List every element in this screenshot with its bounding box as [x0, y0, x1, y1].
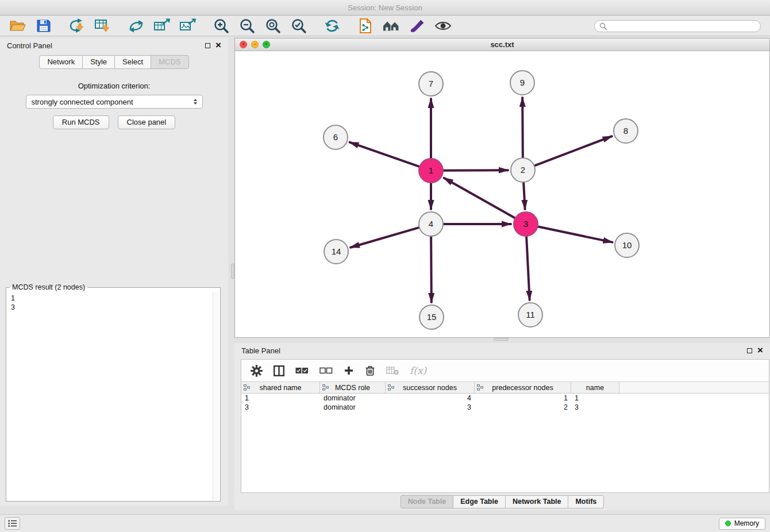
table-settings-icon[interactable]	[251, 365, 263, 377]
vertical-splitter-grip[interactable]	[231, 264, 234, 279]
tab-style[interactable]: Style	[82, 55, 115, 69]
tab-network-table[interactable]: Network Table	[505, 495, 569, 508]
graph-node-3[interactable]: 3	[514, 212, 538, 236]
function-builder-icon[interactable]: f(x)	[410, 365, 426, 376]
show-columns-icon[interactable]	[274, 365, 284, 376]
export-image-icon[interactable]	[177, 17, 199, 34]
task-history-button[interactable]	[5, 517, 20, 530]
table-row[interactable]: 3 dominator 3 2 3	[241, 403, 769, 412]
cell-mcds-role[interactable]: dominator	[320, 394, 386, 403]
first-neighbors-icon[interactable]	[380, 17, 402, 34]
delete-row-icon[interactable]	[365, 365, 375, 376]
graph-edge-3-11[interactable]	[526, 236, 530, 300]
optimization-criterion-select[interactable]: strongly connected component	[26, 95, 203, 109]
table-tabs: Node Table Edge Table Network Table Moti…	[234, 495, 770, 508]
graph-node-11[interactable]: 11	[518, 303, 542, 327]
result-scrollbar[interactable]	[213, 292, 219, 500]
graph-node-label: 3	[523, 219, 528, 229]
close-panel-button[interactable]: Close panel	[118, 115, 176, 129]
float-table-panel-icon[interactable]	[747, 348, 752, 353]
add-row-icon[interactable]	[344, 365, 354, 376]
column-header-successor-nodes[interactable]: successor nodes	[386, 382, 475, 393]
tab-edge-table[interactable]: Edge Table	[453, 495, 506, 508]
search-box[interactable]	[594, 20, 761, 32]
cell-successor-nodes[interactable]: 3	[386, 403, 475, 412]
cell-predecessor-nodes[interactable]: 2	[475, 403, 571, 412]
save-session-icon[interactable]	[33, 17, 55, 34]
graph-node-6[interactable]: 6	[324, 125, 348, 149]
mcds-result-box: MCDS result (2 nodes) 1 3	[6, 283, 221, 502]
graph-edge-4-15[interactable]	[431, 236, 432, 302]
show-hide-icon[interactable]	[432, 17, 454, 34]
column-header-name[interactable]: name	[571, 382, 619, 393]
import-group	[66, 17, 114, 34]
import-table-icon[interactable]	[92, 17, 114, 34]
cell-shared-name[interactable]: 1	[241, 394, 320, 403]
graph-node-14[interactable]: 14	[324, 240, 348, 264]
graph-node-2[interactable]: 2	[511, 158, 535, 182]
column-header-shared-name[interactable]: shared name	[241, 382, 320, 393]
column-header-predecessor-nodes[interactable]: predecessor nodes	[475, 382, 571, 393]
tab-mcds[interactable]: MCDS	[151, 55, 188, 69]
open-network-document-icon[interactable]	[355, 17, 376, 34]
table-panel-header: Table Panel ×	[234, 343, 770, 358]
cell-predecessor-nodes[interactable]: 1	[475, 394, 571, 403]
graph-node-1[interactable]: 1	[419, 159, 443, 183]
delete-table-icon[interactable]	[386, 366, 399, 375]
graph-node-4[interactable]: 4	[419, 212, 443, 236]
refresh-view-icon[interactable]	[321, 17, 343, 34]
graph-edge-2-9[interactable]	[522, 98, 523, 158]
cell-shared-name[interactable]: 3	[241, 403, 320, 412]
search-input[interactable]	[610, 21, 756, 30]
memory-button[interactable]: Memory	[719, 518, 765, 530]
tab-node-table[interactable]: Node Table	[401, 495, 453, 508]
close-panel-icon[interactable]: ×	[215, 41, 221, 49]
export-table-icon[interactable]	[151, 17, 173, 34]
run-mcds-button[interactable]: Run MCDS	[53, 115, 109, 129]
tab-network[interactable]: Network	[39, 55, 83, 69]
open-file-icon[interactable]	[7, 17, 29, 34]
mcds-result-title: MCDS result (2 nodes)	[10, 283, 87, 291]
cell-mcds-role[interactable]: dominator	[320, 403, 386, 412]
graph-edge-4-14[interactable]	[351, 228, 419, 248]
optimization-criterion-value: strongly connected component	[32, 98, 133, 106]
zoom-in-icon[interactable]	[210, 17, 232, 34]
cell-name[interactable]: 1	[571, 394, 619, 403]
graph-edge-3-10[interactable]	[538, 226, 613, 242]
close-window-icon[interactable]: ×	[240, 41, 247, 48]
network-window-titlebar: × − + scc.txt	[235, 38, 769, 51]
network-window-title: scc.txt	[490, 40, 514, 49]
graph-edge-2-3[interactable]	[523, 182, 525, 209]
zoom-fit-icon[interactable]	[262, 17, 284, 34]
graph-node-8[interactable]: 8	[614, 119, 638, 143]
cell-successor-nodes[interactable]: 4	[386, 394, 475, 403]
graph-node-7[interactable]: 7	[419, 72, 443, 96]
cell-name[interactable]: 3	[571, 403, 619, 412]
control-panel-tabs: Network Style Select MCDS	[0, 55, 228, 69]
graph-edge-2-8[interactable]	[534, 136, 612, 165]
graph-edge-1-2[interactable]	[443, 170, 508, 171]
graph-edge-3-1[interactable]	[444, 178, 515, 218]
horizontal-splitter-grip[interactable]	[494, 338, 509, 341]
graph-node-9[interactable]: 9	[510, 71, 534, 95]
table-row[interactable]: 1 dominator 4 1 1	[241, 394, 769, 403]
float-panel-icon[interactable]	[205, 43, 210, 48]
tab-motifs[interactable]: Motifs	[568, 495, 604, 508]
select-all-rows-icon[interactable]	[295, 367, 309, 374]
column-header-mcds-role[interactable]: MCDS role	[320, 382, 386, 393]
graph-edge-1-6[interactable]	[350, 142, 420, 167]
new-network-icon[interactable]	[125, 17, 147, 34]
graph-node-15[interactable]: 15	[419, 305, 444, 329]
apply-style-icon[interactable]	[406, 17, 428, 34]
zoom-selected-icon[interactable]	[288, 17, 310, 34]
minimize-window-icon[interactable]: −	[251, 41, 259, 48]
tab-select[interactable]: Select	[114, 55, 151, 69]
graph-node-10[interactable]: 10	[615, 233, 639, 257]
zoom-out-icon[interactable]	[236, 17, 258, 34]
close-table-panel-icon[interactable]: ×	[757, 346, 763, 354]
maximize-window-icon[interactable]: +	[263, 41, 270, 48]
deselect-all-rows-icon[interactable]	[319, 367, 333, 374]
graph-node-label: 15	[427, 312, 437, 322]
import-network-icon[interactable]	[66, 17, 88, 34]
network-canvas[interactable]: 7968124314101511	[235, 51, 769, 337]
